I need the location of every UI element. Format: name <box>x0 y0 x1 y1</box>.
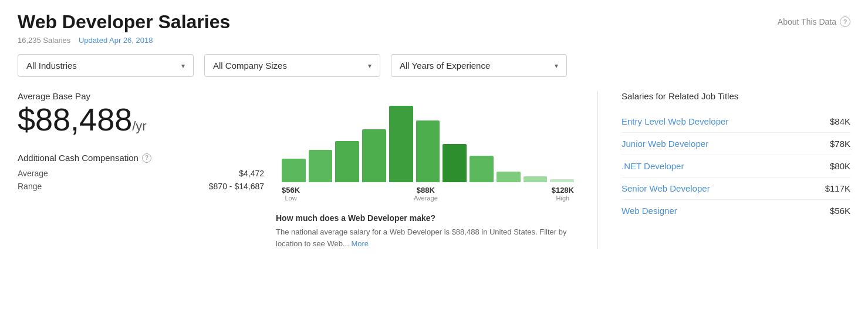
center-panel: $56K Low $88K Average $128K High How muc… <box>264 91 592 249</box>
filter-company-sizes-label: All Company Sizes <box>213 61 287 71</box>
related-job-link[interactable]: Senior Web Developer <box>622 183 710 193</box>
filters-row: All Industries ▾ All Company Sizes ▾ All… <box>18 54 850 77</box>
hist-low-label: Low <box>282 195 300 202</box>
cash-comp-title-text: Additional Cash Compensation <box>18 153 139 163</box>
desc-title: How much does a Web Developer make? <box>276 213 580 223</box>
comp-average-label: Average <box>18 169 48 178</box>
filter-company-sizes[interactable]: All Company Sizes ▾ <box>204 54 380 77</box>
related-job-salary: $56K <box>830 206 850 216</box>
description-box: How much does a Web Developer make? The … <box>276 213 580 249</box>
about-data-button[interactable]: About This Data ? <box>778 16 850 27</box>
related-job-salary: $78K <box>830 139 850 149</box>
updated-date: Updated Apr 26, 2018 <box>79 36 153 45</box>
about-data-label: About This Data <box>778 17 836 26</box>
title-block: Web Developer Salaries 16,235 Salaries U… <box>18 12 230 45</box>
hist-high: $128K High <box>552 186 574 202</box>
chevron-down-icon: ▾ <box>368 62 371 70</box>
salary-count: 16,235 Salaries <box>18 36 70 45</box>
related-job-salary: $80K <box>830 161 850 171</box>
chevron-down-icon: ▾ <box>555 62 558 70</box>
filter-experience[interactable]: All Years of Experience ▾ <box>391 54 567 77</box>
hist-high-label: High <box>552 195 574 202</box>
about-data-icon: ? <box>840 16 850 27</box>
related-job-row: Senior Web Developer$117K <box>622 177 850 200</box>
cash-comp-title: Additional Cash Compensation ? <box>18 153 264 163</box>
per-yr: /yr <box>132 119 146 133</box>
histogram-bar <box>550 179 574 182</box>
hist-low: $56K Low <box>282 186 300 202</box>
filter-experience-label: All Years of Experience <box>400 61 490 71</box>
related-jobs-list: Entry Level Web Developer$84KJunior Web … <box>622 110 850 222</box>
filter-industries-label: All Industries <box>26 61 77 71</box>
right-panel: Salaries for Related Job Titles Entry Le… <box>604 91 850 249</box>
subtitle: 16,235 Salaries Updated Apr 26, 2018 <box>18 36 230 45</box>
comp-range-row: Range $870 - $14,687 <box>18 182 264 191</box>
related-job-salary: $84K <box>830 116 850 126</box>
filter-industries[interactable]: All Industries ▾ <box>18 54 194 77</box>
comp-average-row: Average $4,472 <box>18 169 264 178</box>
hist-low-amount: $56K <box>282 186 300 195</box>
hist-avg-label: Average <box>414 195 438 202</box>
left-panel: Average Base Pay $88,488/yr Additional C… <box>18 91 264 249</box>
related-job-link[interactable]: Web Designer <box>622 206 677 216</box>
related-job-row: Web Designer$56K <box>622 200 850 222</box>
histogram-bar <box>389 106 413 182</box>
desc-text-content: The national average salary for a Web De… <box>276 227 566 248</box>
comp-range-value: $870 - $14,687 <box>209 182 264 191</box>
hist-avg-amount: $88K <box>414 186 438 195</box>
histogram-labels: $56K Low $88K Average $128K High <box>276 186 580 202</box>
related-job-link[interactable]: Entry Level Web Developer <box>622 116 728 126</box>
related-job-link[interactable]: Junior Web Developer <box>622 139 708 149</box>
salary-amount: $88,488 <box>18 102 132 137</box>
histogram-bar <box>443 144 467 182</box>
related-job-row: .NET Developer$80K <box>622 155 850 177</box>
related-job-row: Entry Level Web Developer$84K <box>622 110 850 133</box>
histogram-bar <box>362 129 386 182</box>
histogram-bar <box>416 120 440 182</box>
comp-range-label: Range <box>18 182 42 191</box>
histogram-bar <box>497 172 521 182</box>
histogram-bar <box>309 150 333 182</box>
more-link[interactable]: More <box>351 239 369 248</box>
divider <box>597 91 598 249</box>
histogram-bar <box>523 176 548 182</box>
desc-text: The national average salary for a Web De… <box>276 226 580 249</box>
histogram-bar <box>282 159 306 182</box>
cash-comp-section: Additional Cash Compensation ? Average $… <box>18 153 264 191</box>
related-title: Salaries for Related Job Titles <box>622 91 850 101</box>
page-title: Web Developer Salaries <box>18 12 230 32</box>
histogram-bar <box>335 141 359 182</box>
comp-average-value: $4,472 <box>239 169 264 178</box>
histogram-bar <box>470 156 494 182</box>
main-content: Average Base Pay $88,488/yr Additional C… <box>18 91 850 249</box>
related-job-row: Junior Web Developer$78K <box>622 133 850 155</box>
header: Web Developer Salaries 16,235 Salaries U… <box>18 12 850 45</box>
hist-avg: $88K Average <box>414 186 438 202</box>
related-job-link[interactable]: .NET Developer <box>622 161 684 171</box>
chevron-down-icon: ▾ <box>181 62 185 70</box>
cash-comp-help-icon[interactable]: ? <box>142 153 151 163</box>
histogram <box>276 91 580 182</box>
related-job-salary: $117K <box>825 183 850 193</box>
avg-base-pay-label: Average Base Pay <box>18 91 264 101</box>
avg-base-pay-value: $88,488/yr <box>18 103 264 135</box>
hist-high-amount: $128K <box>552 186 574 195</box>
